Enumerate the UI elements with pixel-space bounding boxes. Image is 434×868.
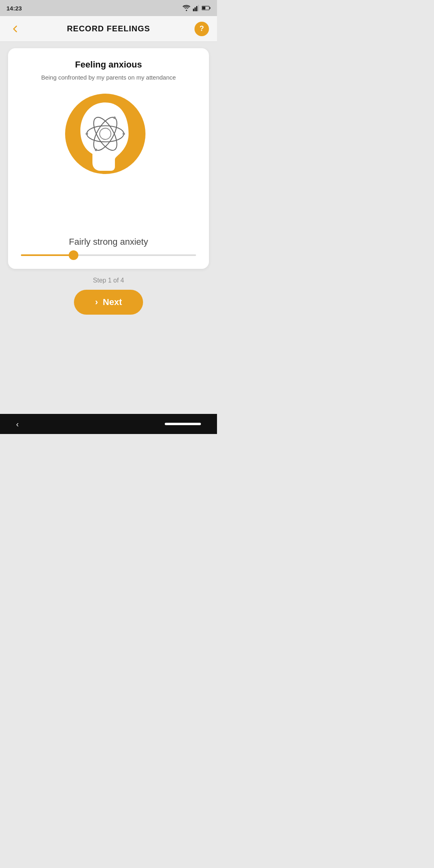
slider-thumb[interactable] — [69, 250, 78, 260]
svg-rect-2 — [196, 6, 197, 11]
svg-rect-1 — [194, 7, 196, 11]
help-button[interactable]: ? — [194, 22, 209, 36]
signal-icon — [193, 5, 199, 11]
step-label: Step 1 of 4 — [93, 277, 124, 284]
feeling-card: Feeling anxious Being confronted by my p… — [8, 48, 209, 269]
slider-track — [21, 254, 196, 256]
next-chevron-icon: › — [95, 297, 98, 307]
battery-icon — [202, 5, 211, 11]
status-icons — [182, 5, 211, 11]
page-title: RECORD FEELINGS — [67, 24, 150, 33]
slider-fill — [21, 254, 74, 256]
header: RECORD FEELINGS ? — [0, 16, 217, 42]
svg-point-12 — [123, 133, 125, 135]
wifi-icon — [182, 5, 190, 11]
card-title: Feeling anxious — [75, 59, 142, 70]
nav-home-pill[interactable] — [165, 423, 201, 425]
svg-rect-5 — [209, 7, 210, 9]
nav-back-arrow[interactable]: ‹ — [16, 420, 19, 429]
svg-rect-0 — [193, 9, 194, 11]
main-content: Feeling anxious Being confronted by my p… — [0, 42, 217, 321]
next-button[interactable]: › Next — [74, 290, 143, 315]
nav-bar: ‹ — [0, 414, 217, 434]
status-time: 14:23 — [6, 5, 22, 12]
anxiety-illustration — [60, 90, 157, 187]
status-bar: 14:23 — [0, 0, 217, 16]
slider-label: Fairly strong anxiety — [69, 237, 148, 247]
card-subtitle: Being confronted by my parents on my att… — [41, 74, 176, 81]
svg-rect-3 — [198, 5, 199, 11]
anxiety-slider[interactable] — [18, 254, 199, 256]
next-button-label: Next — [103, 297, 122, 307]
svg-point-13 — [86, 133, 88, 135]
svg-point-14 — [113, 117, 116, 119]
svg-point-15 — [95, 149, 97, 151]
svg-rect-6 — [202, 6, 205, 9]
back-button[interactable] — [8, 22, 23, 36]
